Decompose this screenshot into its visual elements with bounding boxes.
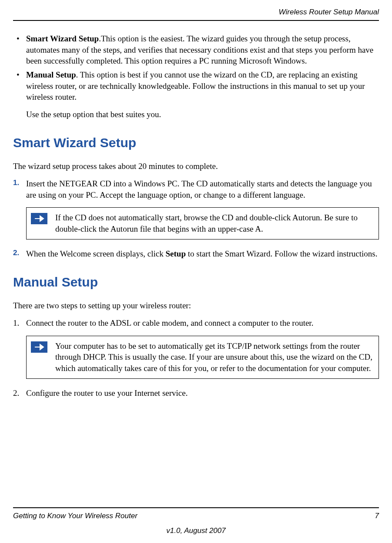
note-box: Your computer has to be set to automatic…	[26, 336, 379, 379]
footer-row: Getting to Know Your Wireless Router 7	[13, 512, 379, 520]
section-heading-smart-wizard: Smart Wizard Setup	[13, 135, 379, 150]
arrow-icon	[31, 213, 47, 224]
bullet-rest: . This option is best if you cannot use …	[26, 70, 365, 101]
bullet-text: Smart Wizard Setup.This option is the ea…	[26, 33, 379, 67]
footer-page-number: 7	[375, 512, 379, 520]
note-text: If the CD does not automatically start, …	[55, 212, 372, 234]
step-text: Connect the router to the ADSL or cable …	[26, 317, 379, 329]
step-number: 2.	[13, 388, 26, 399]
footer-left: Getting to Know Your Wireless Router	[13, 512, 137, 520]
step-text: When the Welcome screen displays, click …	[26, 248, 379, 260]
step-post: to start the Smart Wizard. Follow the wi…	[186, 249, 378, 258]
bullet-bold: Manual Setup	[26, 70, 76, 79]
page-header: Wireless Router Setup Manual	[13, 0, 379, 21]
step-number: 2.	[13, 248, 26, 260]
arrow-icon	[31, 341, 47, 353]
step-pre: When the Welcome screen displays, click	[26, 249, 165, 258]
footer-version: v1.0, August 2007	[13, 526, 379, 535]
step-text: Configure the router to use your Interne…	[26, 388, 379, 399]
note-text: Your computer has to be set to automatic…	[55, 341, 372, 374]
bullet-bold: Smart Wizard Setup	[26, 34, 99, 43]
step-number: 1.	[13, 317, 26, 329]
bullet-item: • Manual Setup. This option is best if y…	[13, 69, 379, 103]
step-text: Insert the NETGEAR CD into a Windows PC.…	[26, 178, 379, 200]
page-content: • Smart Wizard Setup.This option is the …	[13, 21, 379, 398]
header-title: Wireless Router Setup Manual	[279, 8, 379, 16]
bullet-marker: •	[13, 33, 26, 67]
section-intro: There are two steps to setting up your w…	[13, 300, 379, 311]
bullet-marker: •	[13, 69, 26, 103]
section-intro: The wizard setup process takes about 20 …	[13, 161, 379, 172]
numbered-step: 1. Insert the NETGEAR CD into a Windows …	[13, 178, 379, 200]
bullet-text: Manual Setup. This option is best if you…	[26, 69, 379, 103]
step-number: 1.	[13, 178, 26, 200]
section-heading-manual-setup: Manual Setup	[13, 275, 379, 290]
step-bold: Setup	[165, 249, 185, 258]
paragraph: Use the setup option that best suites yo…	[13, 109, 379, 120]
numbered-step: 2. Configure the router to use your Inte…	[13, 388, 379, 399]
page-footer: Getting to Know Your Wireless Router 7 v…	[13, 507, 379, 535]
bullet-item: • Smart Wizard Setup.This option is the …	[13, 33, 379, 67]
numbered-step: 1. Connect the router to the ADSL or cab…	[13, 317, 379, 329]
note-box: If the CD does not automatically start, …	[26, 207, 379, 239]
numbered-step: 2. When the Welcome screen displays, cli…	[13, 248, 379, 260]
